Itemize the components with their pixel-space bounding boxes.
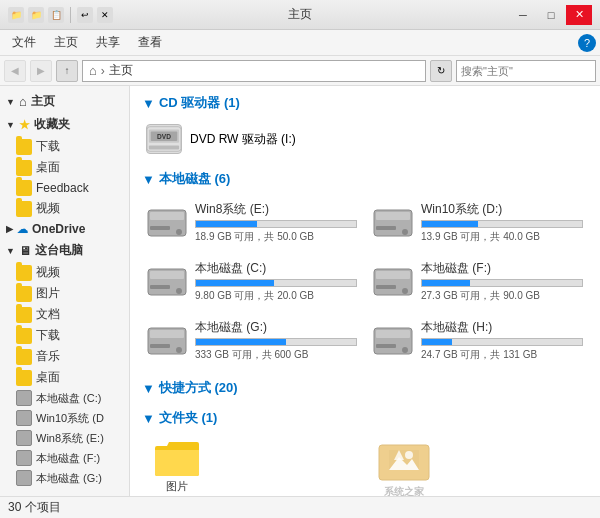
sidebar-item-pc-music[interactable]: 音乐 xyxy=(0,346,129,367)
drive-bar xyxy=(196,221,257,227)
quick-access-icon-3[interactable]: 📋 xyxy=(48,7,64,23)
sidebar: ▼ ⌂ 主页 ▼ ★ 收藏夹 下载 桌面 Feedback 视频 ▶ xyxy=(0,86,130,496)
refresh-button[interactable]: ↻ xyxy=(430,60,452,82)
sidebar-item-pc-video[interactable]: 视频 xyxy=(0,262,129,283)
drive-item-d[interactable]: Win10系统 (D:) 13.9 GB 可用，共 40.0 GB xyxy=(368,196,588,249)
svg-point-15 xyxy=(176,288,182,294)
folder-icon xyxy=(16,286,32,302)
drive-grid: Win8系统 (E:) 18.9 GB 可用，共 50.0 GB xyxy=(142,196,588,367)
title-bar-left: 📁 📁 📋 ↩ ✕ xyxy=(8,7,113,23)
svg-rect-4 xyxy=(149,146,179,150)
sidebar-item-label: 文档 xyxy=(36,306,60,323)
folder-row: 图片 系统之家 XITONGZHIJIA.NET xyxy=(142,435,588,496)
address-input[interactable]: ⌂ › 主页 xyxy=(82,60,426,82)
sidebar-item-pc-g[interactable]: 本地磁盘 (G:) xyxy=(0,468,129,488)
title-bar-buttons: ─ □ ✕ xyxy=(510,5,592,25)
sidebar-item-pc-f[interactable]: 本地磁盘 (F:) xyxy=(0,448,129,468)
sidebar-item-downloads[interactable]: 下载 xyxy=(0,136,129,157)
sidebar-section-favorites[interactable]: ▼ ★ 收藏夹 xyxy=(0,113,129,136)
svg-rect-10 xyxy=(376,212,410,220)
folder-section-title: ▼ 文件夹 (1) xyxy=(142,409,588,427)
svg-rect-22 xyxy=(150,330,184,338)
sidebar-section-onedrive[interactable]: ▶ ☁ OneDrive xyxy=(0,219,129,239)
shortcut-label: 快捷方式 (20) xyxy=(159,379,238,397)
quick-access-icon-5[interactable]: ✕ xyxy=(97,7,113,23)
drive-item-f[interactable]: 本地磁盘 (F:) 27.3 GB 可用，共 90.0 GB xyxy=(368,255,588,308)
sidebar-item-desktop[interactable]: 桌面 xyxy=(0,157,129,178)
sidebar-item-pc-e[interactable]: Win8系统 (E:) xyxy=(0,428,129,448)
sidebar-item-feedback[interactable]: Feedback xyxy=(0,178,129,198)
menu-item-home[interactable]: 主页 xyxy=(46,32,86,53)
drive-bar-container xyxy=(195,338,357,346)
close-button[interactable]: ✕ xyxy=(566,5,592,25)
sidebar-item-label: 桌面 xyxy=(36,159,60,176)
sidebar-item-label: 音乐 xyxy=(36,348,60,365)
drive-icon-large xyxy=(147,265,187,299)
address-path: 主页 xyxy=(109,62,133,79)
folder-icon xyxy=(16,265,32,281)
svg-rect-14 xyxy=(150,271,184,279)
menu-item-file[interactable]: 文件 xyxy=(4,32,44,53)
pc-icon: 🖥 xyxy=(19,244,31,258)
menu-bar: 文件 主页 共享 查看 ? xyxy=(0,30,600,56)
sidebar-item-pc-desktop[interactable]: 桌面 xyxy=(0,367,129,388)
drive-info: 本地磁盘 (G:) 333 GB 可用，共 600 GB xyxy=(195,319,357,362)
arrow-icon-3: ▶ xyxy=(6,224,13,234)
sidebar-item-pc-docs[interactable]: 文档 xyxy=(0,304,129,325)
folder-icon xyxy=(16,349,32,365)
drive-icon-large xyxy=(373,324,413,358)
sidebar-item-pc-downloads[interactable]: 下载 xyxy=(0,325,129,346)
search-box[interactable]: 🔍 xyxy=(456,60,596,82)
shortcut-section-title: ▼ 快捷方式 (20) xyxy=(142,379,588,397)
drive-item-h[interactable]: 本地磁盘 (H:) 24.7 GB 可用，共 131 GB xyxy=(368,314,588,367)
drive-item-c[interactable]: 本地磁盘 (C:) 9.80 GB 可用，共 20.0 GB xyxy=(142,255,362,308)
sidebar-item-video[interactable]: 视频 xyxy=(0,198,129,219)
drive-size: 13.9 GB 可用，共 40.0 GB xyxy=(421,230,583,244)
title-bar: 📁 📁 📋 ↩ ✕ 主页 ─ □ ✕ xyxy=(0,0,600,30)
quick-access-icon-2[interactable]: 📁 xyxy=(28,7,44,23)
help-button[interactable]: ? xyxy=(578,34,596,52)
sidebar-item-pc-pictures[interactable]: 图片 xyxy=(0,283,129,304)
drive-size: 24.7 GB 可用，共 131 GB xyxy=(421,348,583,362)
sidebar-item-pc-d[interactable]: Win10系统 (D xyxy=(0,408,129,428)
drive-icon xyxy=(16,450,32,466)
svg-rect-26 xyxy=(376,330,410,338)
drive-bar xyxy=(422,280,470,286)
svg-text:DVD: DVD xyxy=(157,133,171,140)
watermark: 系统之家 XITONGZHIJIA.NET xyxy=(220,435,588,496)
sidebar-section-home[interactable]: ▼ ⌂ 主页 xyxy=(0,90,129,113)
quick-access-icon-4[interactable]: ↩ xyxy=(77,7,93,23)
menu-item-view[interactable]: 查看 xyxy=(130,32,170,53)
dvd-drive-label: DVD RW 驱动器 (I:) xyxy=(190,131,296,148)
quick-access-icon-1[interactable]: 📁 xyxy=(8,7,24,23)
maximize-button[interactable]: □ xyxy=(538,5,564,25)
drive-bar xyxy=(196,339,286,345)
local-disk-label: 本地磁盘 (6) xyxy=(159,170,231,188)
drive-item-e[interactable]: Win8系统 (E:) 18.9 GB 可用，共 50.0 GB xyxy=(142,196,362,249)
folder-item-pictures[interactable]: 图片 xyxy=(142,435,212,496)
menu-item-share[interactable]: 共享 xyxy=(88,32,128,53)
drive-icon xyxy=(16,410,32,426)
sidebar-item-pc-c[interactable]: 本地磁盘 (C:) xyxy=(0,388,129,408)
drive-name: 本地磁盘 (F:) xyxy=(421,260,583,277)
shortcut-arrow: ▼ xyxy=(142,381,155,396)
sidebar-section-thispc[interactable]: ▼ 🖥 这台电脑 xyxy=(0,239,129,262)
search-input[interactable] xyxy=(461,65,599,77)
local-disk-arrow: ▼ xyxy=(142,172,155,187)
forward-button[interactable]: ▶ xyxy=(30,60,52,82)
svg-point-27 xyxy=(402,347,408,353)
cd-section-label: CD 驱动器 (1) xyxy=(159,94,240,112)
folder-arrow: ▼ xyxy=(142,411,155,426)
minimize-button[interactable]: ─ xyxy=(510,5,536,25)
sidebar-item-label: 视频 xyxy=(36,200,60,217)
drive-info: Win8系统 (E:) 18.9 GB 可用，共 50.0 GB xyxy=(195,201,357,244)
drive-name: 本地磁盘 (C:) xyxy=(195,260,357,277)
svg-rect-24 xyxy=(150,344,170,348)
drive-item-g[interactable]: 本地磁盘 (G:) 333 GB 可用，共 600 GB xyxy=(142,314,362,367)
dvd-drive-item[interactable]: DVD DVD RW 驱动器 (I:) xyxy=(142,120,342,158)
folder-icon xyxy=(16,180,32,196)
up-button[interactable]: ↑ xyxy=(56,60,78,82)
drive-bar xyxy=(422,339,452,345)
drive-bar-container xyxy=(195,279,357,287)
back-button[interactable]: ◀ xyxy=(4,60,26,82)
